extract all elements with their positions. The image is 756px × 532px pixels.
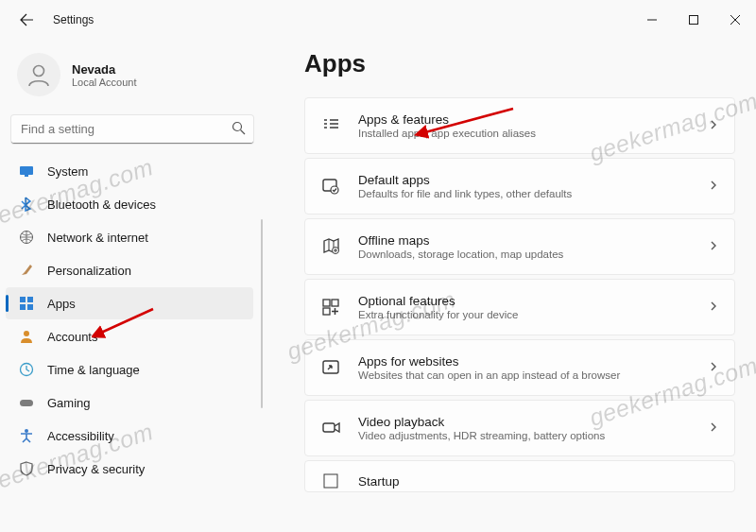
window-controls bbox=[631, 5, 756, 35]
video-icon bbox=[320, 418, 341, 438]
card-subtitle: Defaults for file and link types, other … bbox=[358, 188, 691, 199]
search-icon bbox=[232, 121, 246, 139]
openwith-icon bbox=[320, 357, 341, 378]
sidebar-item-accounts[interactable]: Accounts bbox=[6, 320, 253, 352]
settings-card-startup[interactable]: Startup bbox=[304, 460, 735, 492]
content-area: Apps Apps & featuresInstalled apps, app … bbox=[265, 40, 756, 532]
card-title: Video playback bbox=[358, 415, 691, 429]
sidebar-item-label: Gaming bbox=[47, 396, 91, 410]
default-icon bbox=[320, 176, 341, 197]
settings-cards: Apps & featuresInstalled apps, app execu… bbox=[304, 97, 735, 492]
svg-rect-1 bbox=[690, 16, 698, 25]
map-icon bbox=[320, 236, 341, 257]
window-title: Settings bbox=[53, 13, 94, 26]
svg-line-4 bbox=[241, 130, 246, 135]
sidebar-item-label: Time & language bbox=[47, 363, 140, 377]
card-text: Apps & featuresInstalled apps, app execu… bbox=[358, 112, 691, 139]
card-title: Apps for websites bbox=[358, 354, 691, 369]
svg-point-2 bbox=[34, 66, 44, 77]
chevron-right-icon bbox=[708, 420, 719, 437]
user-account-block[interactable]: Nevada Local Account bbox=[6, 47, 259, 110]
card-text: Default appsDefaults for file and link t… bbox=[358, 173, 691, 199]
back-button[interactable] bbox=[13, 7, 40, 33]
network-icon bbox=[19, 230, 34, 245]
gaming-icon bbox=[19, 395, 34, 410]
avatar bbox=[17, 53, 60, 96]
sidebar-item-gaming[interactable]: Gaming bbox=[6, 386, 253, 419]
sidebar-item-apps[interactable]: Apps bbox=[6, 287, 253, 319]
card-text: Offline mapsDownloads, storage location,… bbox=[358, 233, 691, 260]
card-title: Offline maps bbox=[358, 233, 691, 248]
user-name: Nevada bbox=[72, 62, 137, 77]
card-text: Apps for websitesWebsites that can open … bbox=[358, 354, 691, 381]
svg-rect-19 bbox=[323, 300, 330, 306]
back-arrow-icon bbox=[19, 12, 34, 27]
sidebar-item-label: Personalization bbox=[47, 264, 131, 278]
sidebar-item-privacy-security[interactable]: Privacy & security bbox=[6, 453, 253, 485]
sidebar-item-label: Bluetooth & devices bbox=[47, 197, 156, 212]
search-input[interactable] bbox=[11, 115, 253, 144]
svg-rect-8 bbox=[20, 297, 26, 302]
titlebar: Settings bbox=[0, 0, 756, 40]
settings-card-apps-features[interactable]: Apps & featuresInstalled apps, app execu… bbox=[304, 97, 735, 154]
sidebar-item-label: Network & internet bbox=[47, 231, 148, 245]
svg-rect-24 bbox=[324, 474, 337, 488]
svg-rect-23 bbox=[323, 423, 335, 432]
card-title: Apps & features bbox=[358, 112, 691, 127]
sidebar-item-accessibility[interactable]: Accessibility bbox=[6, 420, 253, 452]
close-button[interactable] bbox=[714, 5, 756, 35]
sidebar-item-label: System bbox=[47, 164, 88, 179]
nav-list: SystemBluetooth & devicesNetwork & inter… bbox=[6, 155, 259, 485]
sidebar-item-label: Accessibility bbox=[47, 429, 114, 443]
search-box bbox=[11, 115, 253, 144]
person-icon bbox=[25, 60, 53, 89]
settings-card-apps-for-websites[interactable]: Apps for websitesWebsites that can open … bbox=[304, 339, 735, 396]
settings-card-video-playback[interactable]: Video playbackVideo adjustments, HDR str… bbox=[304, 400, 735, 456]
settings-card-offline-maps[interactable]: Offline mapsDownloads, storage location,… bbox=[304, 218, 735, 275]
list-icon bbox=[320, 115, 341, 136]
startup-icon bbox=[320, 471, 341, 491]
sidebar-item-label: Apps bbox=[47, 297, 76, 311]
svg-rect-11 bbox=[27, 304, 33, 310]
maximize-icon bbox=[689, 15, 698, 25]
apps-icon bbox=[19, 296, 34, 311]
card-title: Optional features bbox=[358, 294, 691, 308]
chevron-right-icon bbox=[708, 359, 719, 376]
brush-icon bbox=[19, 263, 34, 278]
optional-icon bbox=[320, 297, 341, 317]
minimize-icon bbox=[647, 15, 657, 25]
svg-rect-5 bbox=[20, 166, 33, 175]
card-title: Startup bbox=[358, 474, 719, 489]
chevron-right-icon bbox=[708, 117, 719, 134]
card-text: Video playbackVideo adjustments, HDR str… bbox=[358, 415, 691, 441]
clock-icon bbox=[19, 362, 34, 377]
sidebar-item-system[interactable]: System bbox=[6, 155, 253, 187]
settings-card-default-apps[interactable]: Default appsDefaults for file and link t… bbox=[304, 158, 735, 215]
card-subtitle: Websites that can open in an app instead… bbox=[358, 369, 691, 381]
maximize-button[interactable] bbox=[673, 5, 714, 35]
card-subtitle: Extra functionality for your device bbox=[358, 309, 691, 320]
svg-rect-10 bbox=[20, 304, 26, 310]
svg-rect-9 bbox=[27, 297, 33, 302]
chevron-right-icon bbox=[708, 178, 719, 195]
card-subtitle: Video adjustments, HDR streaming, batter… bbox=[358, 430, 691, 441]
minimize-button[interactable] bbox=[631, 5, 673, 35]
svg-point-3 bbox=[233, 123, 242, 131]
card-subtitle: Downloads, storage location, map updates bbox=[358, 249, 691, 260]
svg-point-12 bbox=[24, 331, 29, 336]
sidebar-item-label: Privacy & security bbox=[47, 462, 145, 476]
sidebar-item-network-internet[interactable]: Network & internet bbox=[6, 221, 253, 253]
accessibility-icon bbox=[19, 428, 34, 443]
svg-point-15 bbox=[25, 429, 28, 433]
sidebar-item-time-language[interactable]: Time & language bbox=[6, 353, 253, 386]
card-title: Default apps bbox=[358, 173, 691, 187]
svg-rect-21 bbox=[323, 308, 330, 315]
svg-rect-14 bbox=[20, 400, 33, 406]
sidebar: Nevada Local Account SystemBluetooth & d… bbox=[0, 40, 265, 532]
page-title: Apps bbox=[304, 49, 735, 78]
sidebar-item-bluetooth-devices[interactable]: Bluetooth & devices bbox=[6, 188, 253, 220]
sidebar-item-personalization[interactable]: Personalization bbox=[6, 254, 253, 286]
settings-card-optional-features[interactable]: Optional featuresExtra functionality for… bbox=[304, 279, 735, 335]
sidebar-item-label: Accounts bbox=[47, 330, 97, 344]
sidebar-scrollbar[interactable] bbox=[261, 219, 263, 408]
